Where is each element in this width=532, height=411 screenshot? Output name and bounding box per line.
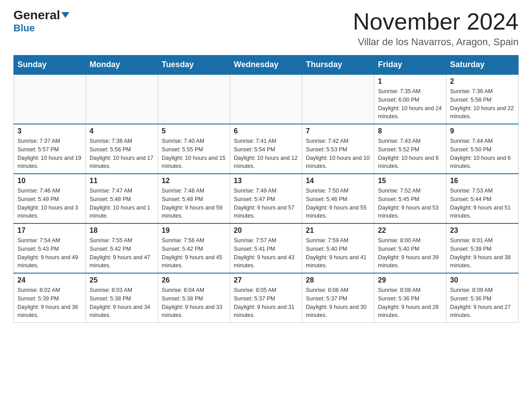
day-info: Sunrise: 8:03 AM Sunset: 5:38 PM Dayligh… (90, 286, 154, 320)
day-info: Sunrise: 7:41 AM Sunset: 5:54 PM Dayligh… (234, 137, 298, 171)
table-row (158, 74, 230, 124)
day-info: Sunrise: 7:59 AM Sunset: 5:40 PM Dayligh… (306, 236, 370, 270)
day-number: 18 (90, 227, 154, 235)
day-number: 12 (162, 177, 226, 185)
table-row: 19Sunrise: 7:56 AM Sunset: 5:42 PM Dayli… (158, 223, 230, 273)
table-row: 5Sunrise: 7:40 AM Sunset: 5:55 PM Daylig… (158, 124, 230, 174)
table-row: 7Sunrise: 7:42 AM Sunset: 5:53 PM Daylig… (302, 124, 374, 174)
page-header: General Blue November 2024 Villar de los… (13, 9, 519, 48)
calendar-week-row: 10Sunrise: 7:46 AM Sunset: 5:49 PM Dayli… (14, 174, 519, 223)
day-number: 4 (90, 127, 154, 135)
table-row: 26Sunrise: 8:04 AM Sunset: 5:38 PM Dayli… (158, 273, 230, 323)
day-number: 8 (378, 127, 442, 135)
table-row: 3Sunrise: 7:37 AM Sunset: 5:57 PM Daylig… (14, 124, 86, 174)
table-row (302, 74, 374, 124)
day-number: 9 (450, 127, 515, 135)
location-subtitle: Villar de los Navarros, Aragon, Spain (353, 36, 519, 48)
table-row: 11Sunrise: 7:47 AM Sunset: 5:48 PM Dayli… (86, 174, 158, 223)
calendar-header-row: Sunday Monday Tuesday Wednesday Thursday… (14, 56, 519, 75)
day-number: 29 (378, 276, 442, 284)
day-info: Sunrise: 7:43 AM Sunset: 5:52 PM Dayligh… (378, 137, 442, 171)
day-info: Sunrise: 7:56 AM Sunset: 5:42 PM Dayligh… (162, 236, 226, 270)
day-number: 21 (306, 227, 370, 235)
header-saturday: Saturday (446, 56, 519, 75)
calendar-week-row: 17Sunrise: 7:54 AM Sunset: 5:43 PM Dayli… (14, 223, 519, 273)
day-number: 16 (450, 177, 515, 185)
day-number: 20 (234, 227, 298, 235)
day-number: 26 (162, 276, 226, 284)
table-row (14, 74, 86, 124)
table-row: 25Sunrise: 8:03 AM Sunset: 5:38 PM Dayli… (86, 273, 158, 323)
logo-general: General (13, 9, 69, 21)
day-info: Sunrise: 8:08 AM Sunset: 5:36 PM Dayligh… (378, 286, 442, 320)
day-number: 1 (378, 77, 442, 86)
header-friday: Friday (374, 56, 446, 75)
table-row: 8Sunrise: 7:43 AM Sunset: 5:52 PM Daylig… (374, 124, 446, 174)
day-info: Sunrise: 7:53 AM Sunset: 5:44 PM Dayligh… (450, 187, 515, 220)
table-row: 9Sunrise: 7:44 AM Sunset: 5:50 PM Daylig… (446, 124, 519, 174)
day-number: 15 (378, 177, 442, 185)
day-info: Sunrise: 8:06 AM Sunset: 5:37 PM Dayligh… (306, 286, 370, 320)
table-row: 13Sunrise: 7:49 AM Sunset: 5:47 PM Dayli… (230, 174, 302, 223)
day-number: 27 (234, 276, 298, 284)
day-info: Sunrise: 8:04 AM Sunset: 5:38 PM Dayligh… (162, 286, 226, 320)
day-number: 3 (17, 127, 82, 135)
day-info: Sunrise: 7:36 AM Sunset: 5:58 PM Dayligh… (450, 87, 515, 121)
day-number: 11 (90, 177, 154, 185)
day-info: Sunrise: 7:37 AM Sunset: 5:57 PM Dayligh… (17, 137, 82, 171)
day-number: 25 (90, 276, 154, 284)
table-row: 18Sunrise: 7:55 AM Sunset: 5:42 PM Dayli… (86, 223, 158, 273)
table-row: 24Sunrise: 8:02 AM Sunset: 5:39 PM Dayli… (14, 273, 86, 323)
table-row: 29Sunrise: 8:08 AM Sunset: 5:36 PM Dayli… (374, 273, 446, 323)
header-monday: Monday (86, 56, 158, 75)
table-row: 17Sunrise: 7:54 AM Sunset: 5:43 PM Dayli… (14, 223, 86, 273)
table-row: 16Sunrise: 7:53 AM Sunset: 5:44 PM Dayli… (446, 174, 519, 223)
header-tuesday: Tuesday (158, 56, 230, 75)
table-row: 12Sunrise: 7:48 AM Sunset: 5:48 PM Dayli… (158, 174, 230, 223)
day-number: 24 (17, 276, 82, 284)
day-info: Sunrise: 8:02 AM Sunset: 5:39 PM Dayligh… (17, 286, 82, 320)
calendar-week-row: 24Sunrise: 8:02 AM Sunset: 5:39 PM Dayli… (14, 273, 519, 323)
day-info: Sunrise: 7:44 AM Sunset: 5:50 PM Dayligh… (450, 137, 515, 171)
day-info: Sunrise: 7:38 AM Sunset: 5:56 PM Dayligh… (90, 137, 154, 171)
day-number: 23 (450, 227, 515, 235)
day-number: 5 (162, 127, 226, 135)
table-row (230, 74, 302, 124)
day-number: 22 (378, 227, 442, 235)
header-sunday: Sunday (14, 56, 86, 75)
day-info: Sunrise: 7:35 AM Sunset: 6:00 PM Dayligh… (378, 87, 442, 121)
table-row: 14Sunrise: 7:50 AM Sunset: 5:46 PM Dayli… (302, 174, 374, 223)
table-row: 15Sunrise: 7:52 AM Sunset: 5:45 PM Dayli… (374, 174, 446, 223)
month-year-title: November 2024 (353, 9, 519, 34)
table-row: 28Sunrise: 8:06 AM Sunset: 5:37 PM Dayli… (302, 273, 374, 323)
header-wednesday: Wednesday (230, 56, 302, 75)
day-info: Sunrise: 7:48 AM Sunset: 5:48 PM Dayligh… (162, 187, 226, 220)
table-row: 30Sunrise: 8:09 AM Sunset: 5:36 PM Dayli… (446, 273, 519, 323)
logo: General Blue (13, 9, 69, 34)
day-info: Sunrise: 7:50 AM Sunset: 5:46 PM Dayligh… (306, 187, 370, 220)
day-info: Sunrise: 7:49 AM Sunset: 5:47 PM Dayligh… (234, 187, 298, 220)
calendar-week-row: 3Sunrise: 7:37 AM Sunset: 5:57 PM Daylig… (14, 124, 519, 174)
day-info: Sunrise: 7:55 AM Sunset: 5:42 PM Dayligh… (90, 236, 154, 270)
header-thursday: Thursday (302, 56, 374, 75)
title-block: November 2024 Villar de los Navarros, Ar… (353, 9, 519, 48)
day-number: 19 (162, 227, 226, 235)
logo-triangle-icon (61, 12, 69, 18)
day-info: Sunrise: 8:00 AM Sunset: 5:40 PM Dayligh… (378, 236, 442, 270)
day-number: 10 (17, 177, 82, 185)
day-info: Sunrise: 7:40 AM Sunset: 5:55 PM Dayligh… (162, 137, 226, 171)
day-info: Sunrise: 7:46 AM Sunset: 5:49 PM Dayligh… (17, 187, 82, 220)
day-number: 2 (450, 77, 515, 86)
day-number: 13 (234, 177, 298, 185)
table-row: 2Sunrise: 7:36 AM Sunset: 5:58 PM Daylig… (446, 74, 519, 124)
day-number: 6 (234, 127, 298, 135)
day-info: Sunrise: 8:05 AM Sunset: 5:37 PM Dayligh… (234, 286, 298, 320)
day-number: 28 (306, 276, 370, 284)
day-info: Sunrise: 7:54 AM Sunset: 5:43 PM Dayligh… (17, 236, 82, 270)
table-row: 1Sunrise: 7:35 AM Sunset: 6:00 PM Daylig… (374, 74, 446, 124)
day-info: Sunrise: 8:01 AM Sunset: 5:39 PM Dayligh… (450, 236, 515, 270)
table-row: 10Sunrise: 7:46 AM Sunset: 5:49 PM Dayli… (14, 174, 86, 223)
day-info: Sunrise: 7:47 AM Sunset: 5:48 PM Dayligh… (90, 187, 154, 220)
day-info: Sunrise: 7:52 AM Sunset: 5:45 PM Dayligh… (378, 187, 442, 220)
calendar-table: Sunday Monday Tuesday Wednesday Thursday… (13, 55, 519, 323)
